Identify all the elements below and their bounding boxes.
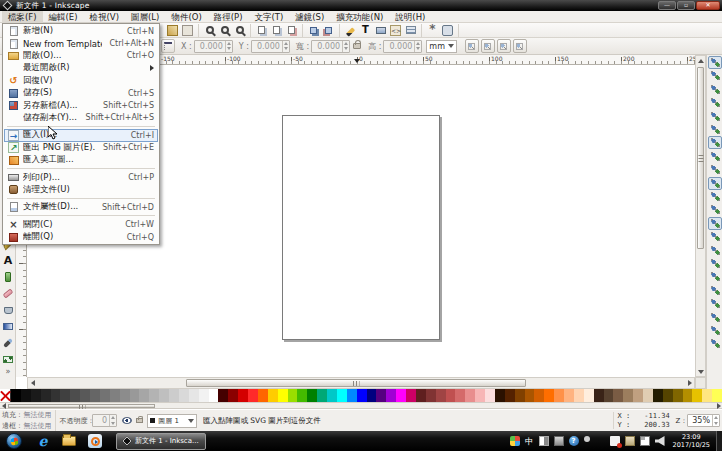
palette-swatch-59[interactable] [594, 389, 604, 402]
menubar-item-view[interactable]: 檢視(V) [84, 11, 125, 23]
opacity-input[interactable]: 0 [92, 414, 117, 427]
palette-swatch-28[interactable] [288, 389, 298, 402]
scroll-down-arrow[interactable] [696, 367, 705, 376]
palette-swatch-27[interactable] [278, 389, 288, 402]
palette-scroll-thumb[interactable] [8, 404, 155, 408]
scale-corners-toggle[interactable] [481, 39, 495, 53]
palette-swatch-43[interactable] [436, 389, 446, 402]
snap-page-border-button[interactable] [708, 257, 722, 270]
palette-swatch-15[interactable] [159, 389, 169, 402]
snap-line-midpoints-button[interactable] [708, 203, 722, 216]
fill-stroke-indicator[interactable]: 填充 :無法使用 邊框 :無法使用 [2, 410, 56, 431]
palette-swatch-65[interactable] [653, 389, 663, 402]
snap-guide-intersections-button[interactable] [708, 311, 722, 324]
palette-swatch-11[interactable] [120, 389, 130, 402]
tool-connector[interactable] [1, 352, 15, 367]
unlink-clone-button[interactable] [284, 24, 299, 37]
file-menu-item-quit[interactable]: 離開(Q)Ctrl+Q [4, 231, 158, 243]
opacity-spinner[interactable] [109, 415, 116, 426]
palette-swatch-63[interactable] [633, 389, 643, 402]
menubar-item-extensions[interactable]: 擴充功能(N) [330, 11, 389, 23]
snap-paths-button[interactable] [708, 150, 722, 163]
palette-swatch-31[interactable] [317, 389, 327, 402]
unit-select[interactable]: mm [426, 40, 457, 53]
palette-swatch-21[interactable] [218, 389, 228, 402]
palette-swatch-64[interactable] [643, 389, 653, 402]
horizontal-scrollbar[interactable] [27, 377, 695, 389]
palette-swatch-47[interactable] [475, 389, 485, 402]
file-menu-item-import[interactable]: →匯入(I)...Ctrl+I [4, 129, 158, 141]
internet-explorer-launcher[interactable]: e [30, 432, 56, 450]
zoom-out-button[interactable] [217, 24, 232, 37]
xml-editor-button[interactable]: <> [388, 24, 403, 37]
input-devices-button[interactable] [440, 24, 455, 37]
align-distribute-dialog-button[interactable] [403, 24, 418, 37]
action-center-icon[interactable] [610, 436, 620, 446]
titlebar[interactable]: 新文件 1 - Inkscape — ▫ ✕ [0, 0, 722, 11]
snap-path-intersections-button[interactable] [708, 163, 722, 176]
file-menu-item-save[interactable]: 儲存(S)Ctrl+S [4, 87, 158, 99]
palette-swatch-41[interactable] [416, 389, 426, 402]
lock-ratio-toggle[interactable] [353, 43, 361, 49]
palette-swatch-5[interactable] [60, 389, 70, 402]
taskbar-task-inkscape[interactable]: 新文件 1 - Inksca... [116, 433, 206, 450]
palette-swatch-13[interactable] [139, 389, 149, 402]
clipboard-icon[interactable] [625, 436, 635, 446]
palette-swatch-69[interactable] [692, 389, 702, 402]
scroll-left-arrow[interactable] [28, 379, 37, 388]
palette-swatch-9[interactable] [100, 389, 110, 402]
snap-nodes-button[interactable] [708, 136, 722, 149]
file-menu-item-import-clipart[interactable]: 匯入美工圖... [4, 154, 158, 166]
duplicate-button[interactable] [254, 24, 269, 37]
palette-swatch-42[interactable] [426, 389, 436, 402]
menubar-item-edit[interactable]: 編輯(E) [43, 11, 84, 23]
palette-swatch-12[interactable] [130, 389, 140, 402]
palette-swatch-45[interactable] [455, 389, 465, 402]
palette-swatch-32[interactable] [327, 389, 337, 402]
palette-swatch-3[interactable] [41, 389, 51, 402]
move-patterns-toggle[interactable] [513, 39, 527, 53]
palette-swatch-1[interactable] [21, 389, 31, 402]
menubar-item-path[interactable]: 路徑(P) [208, 11, 249, 23]
palette-swatch-10[interactable] [110, 389, 120, 402]
palette-swatch-14[interactable] [149, 389, 159, 402]
close-button[interactable]: ✕ [696, 1, 720, 10]
tool-paint-bucket[interactable] [1, 303, 15, 318]
palette-swatch-53[interactable] [534, 389, 544, 402]
toolbox-overflow-chevron[interactable]: » [0, 367, 16, 376]
palette-swatch-56[interactable] [564, 389, 574, 402]
height-spinner[interactable] [414, 41, 421, 52]
palette-swatch-38[interactable] [386, 389, 396, 402]
horizontal-scroll-thumb[interactable] [186, 379, 526, 387]
palette-swatch-29[interactable] [297, 389, 307, 402]
palette-swatch-7[interactable] [80, 389, 90, 402]
file-menu-item-save-copy[interactable]: 儲存副本(Y)...Shift+Ctrl+Alt+S [4, 112, 158, 124]
tool-eraser[interactable] [1, 286, 15, 301]
snap-bbox-button[interactable] [708, 69, 722, 82]
ime-pad-icon[interactable] [554, 436, 564, 446]
palette-swatch-19[interactable] [199, 389, 209, 402]
minimize-button[interactable]: — [658, 1, 676, 10]
palette-swatch-0[interactable] [11, 389, 21, 402]
palette-swatch-50[interactable] [505, 389, 515, 402]
palette-swatch-48[interactable] [485, 389, 495, 402]
zoom-input[interactable]: 35% [687, 414, 720, 427]
width-spinner[interactable] [342, 41, 349, 52]
snap-enable-button[interactable] [708, 56, 722, 69]
menubar-item-layer[interactable]: 圖層(L) [125, 11, 165, 23]
file-menu-item-document-properties[interactable]: 文件屬性(D)...Shift+Ctrl+D [4, 201, 158, 213]
palette-swatch-24[interactable] [248, 389, 258, 402]
menubar-item-file[interactable]: 檔案(F) [2, 11, 43, 23]
snap-guides-button[interactable] [708, 297, 722, 310]
palette-swatch-70[interactable] [702, 389, 712, 402]
palette-swatch-36[interactable] [367, 389, 377, 402]
palette-swatch-57[interactable] [574, 389, 584, 402]
palette-swatch-17[interactable] [179, 389, 189, 402]
media-player-launcher[interactable] [82, 432, 108, 450]
palette-swatch-51[interactable] [515, 389, 525, 402]
palette-swatch-6[interactable] [70, 389, 80, 402]
layers-dialog-button[interactable] [373, 24, 388, 37]
tool-gradient[interactable] [1, 319, 15, 334]
palette-swatch-68[interactable] [683, 389, 693, 402]
menubar-item-text[interactable]: 文字(T) [248, 11, 289, 23]
